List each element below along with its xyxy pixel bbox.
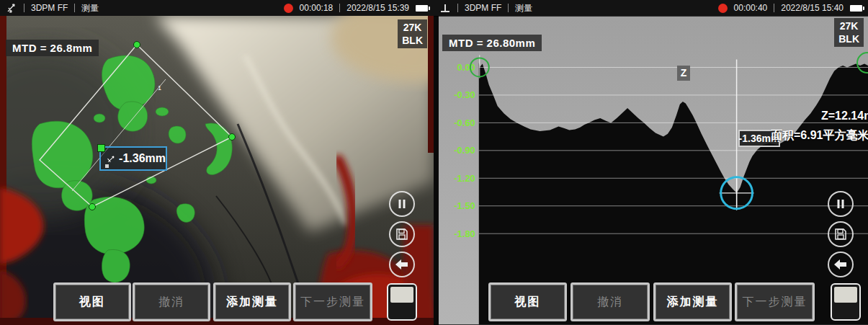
battery-icon xyxy=(850,5,862,12)
right-profile-panel: 3DPM FF 测量 00:00:40 2022/8/15 15:40 xyxy=(434,0,868,325)
button-label: 撤消 xyxy=(597,295,623,310)
record-timer: 00:00:18 xyxy=(300,3,334,13)
lens-mode-value: BLK xyxy=(402,34,423,47)
depth-value: -1.36mm xyxy=(119,152,166,165)
button-label: 添加测量 xyxy=(226,295,278,310)
toggle-indicator xyxy=(834,287,857,303)
area-readout: 面积=6.91平方毫米 xyxy=(771,128,868,143)
save-icon xyxy=(395,228,408,241)
mode-label: 3DPM FF xyxy=(465,3,501,13)
button-label: 视图 xyxy=(79,295,105,310)
divider xyxy=(457,4,458,12)
divider xyxy=(74,4,75,12)
camera-view: 1 MTD = 26.8mm 27K BLK -1.36mm xyxy=(0,16,434,325)
button-label: 添加测量 xyxy=(667,295,719,310)
y-tick-label: -0.60 xyxy=(454,117,475,128)
toggle-indicator xyxy=(390,287,413,303)
divider xyxy=(508,4,509,12)
profile-chart-view: 0.00-0.30-0.60-0.90-1.20-1.50-1.80 MTD =… xyxy=(434,16,868,325)
camera-image: 1 xyxy=(0,16,434,325)
save-icon xyxy=(834,228,847,241)
resolution-badge: 27K BLK xyxy=(834,18,864,47)
menu-label[interactable]: 测量 xyxy=(81,2,99,14)
back-button[interactable] xyxy=(389,251,415,277)
divider xyxy=(24,4,24,12)
profile-tool-icon xyxy=(439,2,451,14)
y-tick-label: -1.80 xyxy=(454,228,475,239)
resolution-value: 27K xyxy=(838,19,859,32)
right-topbar: 3DPM FF 测量 00:00:40 2022/8/15 15:40 xyxy=(434,0,868,16)
next-measurement-button[interactable]: 下一步测量 xyxy=(293,282,372,321)
pause-button[interactable] xyxy=(389,191,415,217)
add-measurement-button[interactable]: 添加测量 xyxy=(653,282,732,321)
resolution-value: 27K xyxy=(402,21,423,34)
y-tick-label: -0.30 xyxy=(454,89,475,100)
measure-tool-icon xyxy=(6,2,17,14)
save-button[interactable] xyxy=(389,221,415,247)
depth-measurement-label[interactable]: -1.36mm xyxy=(99,146,167,171)
mtd-readout: MTD = 26.8mm xyxy=(6,40,99,56)
polygon-vertex[interactable] xyxy=(89,204,96,210)
y-tick-label: -1.20 xyxy=(454,173,475,184)
label-anchor-dot xyxy=(105,164,109,168)
button-label: 视图 xyxy=(515,295,541,310)
polygon-vertex[interactable] xyxy=(229,134,236,141)
record-timer: 00:00:40 xyxy=(734,3,768,13)
next-measurement-button[interactable]: 下一步测量 xyxy=(735,282,815,321)
back-button[interactable] xyxy=(828,251,854,277)
undo-button[interactable]: 撤消 xyxy=(571,282,650,321)
mode-label: 3DPM FF xyxy=(31,3,68,13)
pause-icon xyxy=(397,199,407,209)
dual-view-screen: 3DPM FF 测量 00:00:18 2022/8/15 15:39 xyxy=(0,0,868,325)
add-measurement-button[interactable]: 添加测量 xyxy=(213,282,291,321)
view-button[interactable]: 视图 xyxy=(53,282,131,321)
screen-split-toggle[interactable] xyxy=(387,283,417,321)
left-camera-panel: 3DPM FF 测量 00:00:18 2022/8/15 15:39 xyxy=(0,0,434,325)
back-arrow-icon xyxy=(834,259,847,270)
lens-mode-value: BLK xyxy=(838,32,859,45)
datetime-label: 2022/8/15 15:40 xyxy=(781,3,844,13)
left-topbar: 3DPM FF 测量 00:00:18 2022/8/15 15:39 xyxy=(0,0,434,16)
z-length-readout: Z=12.14mm xyxy=(821,110,868,123)
battery-icon xyxy=(416,5,428,12)
y-tick-label: -1.50 xyxy=(454,200,475,211)
polygon-vertex[interactable] xyxy=(134,42,140,48)
label-drag-handle[interactable] xyxy=(97,144,105,152)
profile-chart: 0.00-0.30-0.60-0.90-1.20-1.50-1.80 xyxy=(434,16,868,325)
resolution-badge: 27K BLK xyxy=(398,19,427,48)
menu-label[interactable]: 测量 xyxy=(515,2,532,14)
back-arrow-icon xyxy=(395,259,408,270)
z-axis-marker[interactable]: Z xyxy=(677,66,690,81)
y-tick-label: -0.90 xyxy=(454,145,475,156)
view-button[interactable]: 视图 xyxy=(488,282,567,321)
mtd-readout: MTD = 26.80mm xyxy=(442,35,542,51)
record-indicator-icon xyxy=(718,4,728,13)
divider xyxy=(774,4,774,12)
y-tick-label: 0.00 xyxy=(457,62,475,73)
save-button[interactable] xyxy=(828,221,854,247)
depth-measure-icon xyxy=(107,153,116,165)
undo-button[interactable]: 撤消 xyxy=(133,282,210,321)
button-label: 撤消 xyxy=(158,295,184,310)
button-label: 下一步测量 xyxy=(743,295,807,310)
slice-number-label: 1 xyxy=(158,84,161,92)
pause-icon xyxy=(836,199,846,209)
screen-split-toggle[interactable] xyxy=(831,283,861,321)
datetime-label: 2022/8/15 15:39 xyxy=(346,3,409,13)
button-label: 下一步测量 xyxy=(300,295,365,310)
divider xyxy=(339,4,340,12)
pause-button[interactable] xyxy=(828,191,854,217)
record-indicator-icon xyxy=(284,4,293,13)
